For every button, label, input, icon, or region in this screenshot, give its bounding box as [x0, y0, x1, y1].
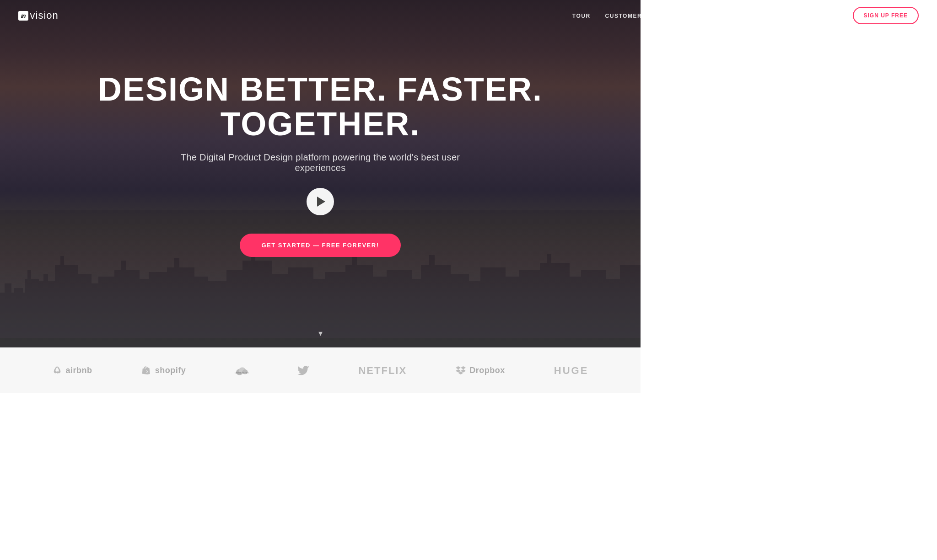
svg-rect-36 [467, 281, 483, 347]
svg-rect-13 [114, 270, 140, 347]
svg-rect-19 [192, 277, 208, 347]
navbar: in vision TOUR CUSTOMERS NEW FEATURES EN… [0, 0, 641, 31]
svg-rect-38 [503, 277, 522, 347]
svg-rect-20 [206, 281, 229, 347]
svg-text:salesforce: salesforce [235, 371, 248, 374]
svg-rect-17 [167, 267, 194, 347]
svg-rect-30 [371, 277, 389, 347]
nav-item-tour[interactable]: TOUR [572, 11, 591, 20]
twitter-icon [297, 366, 309, 376]
svg-rect-31 [387, 270, 412, 347]
logo-shopify: shopify [141, 366, 186, 376]
svg-rect-24 [270, 274, 291, 347]
svg-rect-33 [421, 265, 451, 347]
play-button[interactable] [307, 188, 334, 215]
svg-rect-9 [60, 256, 64, 265]
svg-rect-2 [5, 283, 11, 293]
logo-netflix: NETFLIX [358, 365, 407, 377]
svg-rect-21 [226, 270, 245, 347]
svg-rect-22 [242, 261, 272, 347]
huge-label: HUGE [554, 365, 589, 377]
logo-salesforce: salesforce [235, 366, 248, 376]
svg-rect-10 [75, 274, 92, 347]
shopify-icon [141, 366, 151, 376]
hero-title: DESIGN BETTER. FASTER. TOGETHER. [69, 72, 572, 141]
nav-links: TOUR CUSTOMERS NEW FEATURES ENTERPRISE B… [572, 7, 641, 24]
logo-twitter [297, 366, 309, 376]
svg-rect-5 [27, 270, 31, 279]
hero-section: DESIGN BETTER. FASTER. TOGETHER. The Dig… [0, 0, 641, 347]
logo-box: in [18, 11, 28, 21]
svg-rect-44 [604, 279, 622, 347]
nav-link-tour[interactable]: TOUR [572, 13, 591, 19]
logo-huge: HUGE [554, 365, 589, 377]
svg-rect-14 [121, 261, 126, 270]
svg-rect-8 [55, 265, 78, 347]
salesforce-icon: salesforce [235, 366, 248, 376]
svg-rect-29 [352, 256, 357, 266]
dropbox-icon [456, 366, 466, 376]
svg-rect-3 [14, 288, 23, 293]
logo-text: vision [30, 10, 59, 21]
svg-rect-40 [540, 263, 570, 347]
svg-rect-18 [174, 258, 179, 267]
airbnb-label: airbnb [66, 366, 92, 375]
svg-rect-43 [581, 270, 606, 347]
svg-rect-6 [37, 281, 57, 347]
svg-rect-39 [519, 270, 542, 347]
hero-subtitle: The Digital Product Design platform powe… [160, 152, 480, 173]
svg-rect-12 [98, 277, 117, 347]
play-icon [317, 197, 325, 207]
svg-rect-25 [288, 267, 313, 347]
shopify-label: shopify [155, 366, 186, 375]
svg-rect-16 [149, 272, 169, 347]
nav-item-customers[interactable]: CUSTOMERS [605, 11, 641, 20]
nav-link-customers[interactable]: CUSTOMERS [605, 13, 641, 19]
svg-rect-35 [448, 274, 469, 347]
svg-rect-37 [480, 267, 506, 347]
svg-rect-46 [0, 338, 641, 347]
airbnb-icon [52, 366, 62, 376]
svg-rect-45 [620, 265, 641, 347]
scroll-down-indicator[interactable]: ▾ [318, 328, 323, 338]
logos-strip: airbnb shopify salesforce NETFLIX Dropbo… [0, 347, 641, 393]
svg-rect-42 [567, 277, 583, 347]
netflix-label: NETFLIX [358, 365, 407, 377]
cta-button[interactable]: GET STARTED — FREE FOREVER! [240, 234, 401, 257]
dropbox-label: Dropbox [469, 366, 505, 375]
logo[interactable]: in vision [18, 10, 59, 21]
logo-dropbox: Dropbox [456, 366, 505, 376]
logo-airbnb: airbnb [52, 366, 92, 376]
svg-rect-27 [325, 272, 348, 347]
hero-content: DESIGN BETTER. FASTER. TOGETHER. The Dig… [69, 72, 572, 257]
svg-rect-7 [43, 274, 48, 281]
svg-rect-28 [345, 265, 373, 347]
